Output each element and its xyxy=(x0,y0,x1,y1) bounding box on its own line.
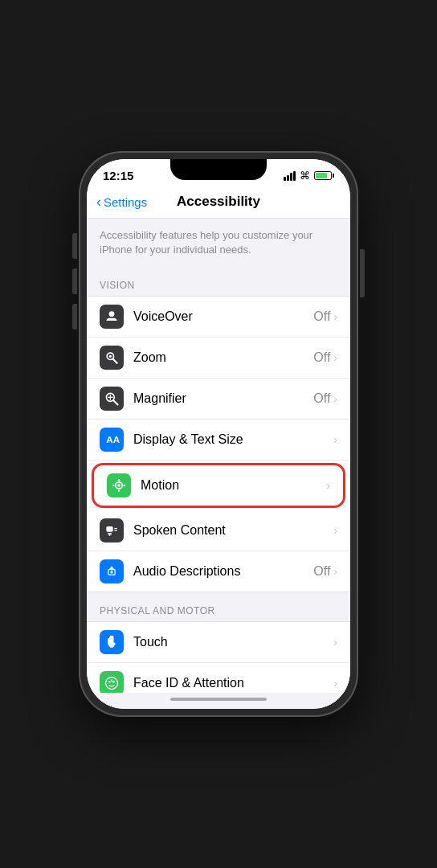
voiceover-chevron-icon: › xyxy=(333,310,337,323)
signal-bars-icon xyxy=(284,171,296,181)
nav-bar: ‹ Settings Accessibility xyxy=(87,187,350,219)
svg-point-23 xyxy=(108,681,111,683)
back-button[interactable]: ‹ Settings xyxy=(96,194,147,209)
faceid-svg xyxy=(104,675,120,691)
magnifier-svg xyxy=(104,391,120,407)
svg-point-0 xyxy=(109,312,115,317)
physical-section: PHYSICAL AND MOTOR Touch › xyxy=(87,592,350,693)
audio-svg xyxy=(104,563,120,579)
display-svg: AA xyxy=(104,432,120,448)
voiceover-label: VoiceOver xyxy=(133,309,313,324)
svg-rect-16 xyxy=(108,534,112,535)
faceid-icon xyxy=(100,671,124,693)
svg-point-13 xyxy=(112,485,115,487)
spoken-label: Spoken Content xyxy=(133,523,333,538)
physical-section-header: PHYSICAL AND MOTOR xyxy=(87,592,350,621)
audio-value: Off xyxy=(313,564,330,579)
screen-content: 12:15 ⌘ xyxy=(87,159,350,709)
zoom-chevron-icon: › xyxy=(333,351,337,364)
home-bar xyxy=(170,698,267,701)
touch-label: Touch xyxy=(133,635,333,649)
audio-chevron-icon: › xyxy=(333,565,337,578)
home-indicator xyxy=(87,693,350,709)
svg-text:AA: AA xyxy=(106,435,120,445)
zoom-svg xyxy=(104,350,120,366)
svg-point-11 xyxy=(118,479,120,481)
back-chevron-icon: ‹ xyxy=(96,194,101,209)
faceid-chevron-icon: › xyxy=(333,677,337,690)
motion-svg xyxy=(111,477,127,493)
wifi-icon: ⌘ xyxy=(300,170,310,182)
svg-point-21 xyxy=(110,571,112,574)
phone-screen: 12:15 ⌘ xyxy=(87,159,350,709)
magnifier-icon xyxy=(100,387,124,411)
display-icon: AA xyxy=(100,428,124,452)
spoken-svg xyxy=(104,522,120,538)
voiceover-svg xyxy=(104,309,120,325)
zoom-label: Zoom xyxy=(133,350,313,365)
touch-chevron-icon: › xyxy=(333,636,337,649)
faceid-label: Face ID & Attention xyxy=(133,676,333,690)
magnifier-label: Magnifier xyxy=(133,391,313,406)
faceid-item[interactable]: Face ID & Attention › xyxy=(87,663,350,693)
spoken-chevron-icon: › xyxy=(333,524,337,537)
svg-rect-15 xyxy=(106,526,112,532)
motion-icon xyxy=(107,473,131,497)
svg-point-3 xyxy=(109,355,112,358)
svg-point-24 xyxy=(112,681,115,683)
nav-title: Accessibility xyxy=(177,194,260,210)
magnifier-value: Off xyxy=(313,391,330,406)
display-item[interactable]: AA Display & Text Size › xyxy=(87,420,350,461)
notch xyxy=(170,159,267,180)
motion-chevron-icon: › xyxy=(326,479,330,492)
voiceover-value: Off xyxy=(313,309,330,324)
motion-item[interactable]: Motion › xyxy=(92,463,345,508)
status-time: 12:15 xyxy=(103,169,133,182)
status-icons: ⌘ xyxy=(284,170,334,182)
svg-line-2 xyxy=(113,359,117,363)
svg-point-12 xyxy=(118,490,120,493)
audio-item[interactable]: Audio Descriptions Off › xyxy=(87,551,350,592)
battery-icon xyxy=(314,171,334,180)
touch-svg xyxy=(104,634,120,650)
vision-section-header: VISION xyxy=(87,267,350,296)
svg-point-22 xyxy=(106,678,118,690)
svg-rect-17 xyxy=(109,534,111,536)
physical-group: Touch › xyxy=(87,621,350,693)
magnifier-chevron-icon: › xyxy=(333,392,337,405)
zoom-value: Off xyxy=(313,350,330,365)
phone-frame: 12:15 ⌘ xyxy=(80,153,357,715)
touch-icon xyxy=(100,630,124,654)
touch-item[interactable]: Touch › xyxy=(87,622,350,663)
voiceover-item[interactable]: VoiceOver Off › xyxy=(87,297,350,338)
audio-icon xyxy=(100,559,124,583)
zoom-icon xyxy=(100,346,124,370)
display-chevron-icon: › xyxy=(333,433,337,446)
voiceover-icon xyxy=(100,305,124,329)
settings-content: Accessibility features help you customiz… xyxy=(87,219,350,693)
svg-line-5 xyxy=(114,401,118,405)
svg-point-10 xyxy=(117,485,120,487)
back-label: Settings xyxy=(104,195,147,209)
display-label: Display & Text Size xyxy=(133,432,333,447)
svg-point-14 xyxy=(123,485,125,487)
vision-section: VISION VoiceOver Off xyxy=(87,267,350,592)
vision-group: VoiceOver Off › xyxy=(87,296,350,592)
motion-label: Motion xyxy=(141,478,326,493)
spoken-item[interactable]: Spoken Content › xyxy=(87,510,350,551)
zoom-item[interactable]: Zoom Off › xyxy=(87,338,350,379)
magnifier-item[interactable]: Magnifier Off › xyxy=(87,379,350,420)
accessibility-description: Accessibility features help you customiz… xyxy=(87,219,350,267)
spoken-icon xyxy=(100,518,124,542)
audio-label: Audio Descriptions xyxy=(133,564,313,579)
